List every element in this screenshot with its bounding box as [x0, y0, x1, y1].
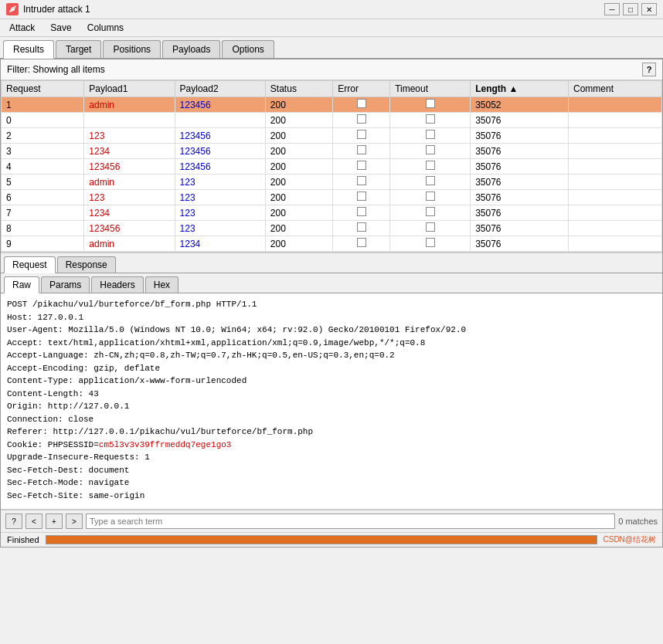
help-button[interactable]: ?: [642, 63, 656, 76]
request-content: POST /pikachu/vul/burteforce/bf_form.php…: [1, 293, 662, 510]
checkbox[interactable]: [357, 176, 366, 185]
table-row[interactable]: 9admin123420035076: [2, 236, 662, 252]
window-controls: ─ □ ✕: [604, 3, 657, 15]
search-input[interactable]: [86, 514, 615, 529]
status-bar: Finished CSDN@结花树: [1, 532, 662, 547]
search-help-button[interactable]: ?: [5, 514, 22, 529]
status-progress-fill: [46, 536, 597, 544]
close-button[interactable]: ✕: [641, 3, 657, 15]
checkbox[interactable]: [357, 192, 366, 201]
app-icon: 🌶: [6, 3, 19, 15]
inner-tab-bar: Raw Params Headers Hex: [1, 273, 662, 293]
request-line: User-Agent: Mozilla/5.0 (Windows NT 10.0…: [7, 325, 466, 334]
request-line: Host: 127.0.0.1: [7, 313, 83, 322]
checkbox[interactable]: [426, 238, 435, 247]
checkbox[interactable]: [357, 145, 366, 154]
main-container: Filter: Showing all items ? Request Payl…: [0, 59, 663, 547]
sub-tab-response[interactable]: Response: [57, 256, 116, 273]
request-line: Sec-Fetch-Mode: navigate: [7, 478, 129, 487]
checkbox[interactable]: [357, 222, 366, 232]
checkbox[interactable]: [426, 192, 435, 201]
watermark: CSDN@结花树: [604, 534, 657, 545]
minimize-button[interactable]: ─: [604, 3, 620, 15]
menu-save[interactable]: Save: [47, 21, 74, 35]
search-next-plus-button[interactable]: +: [46, 514, 63, 529]
maximize-button[interactable]: □: [623, 3, 638, 15]
table-row[interactable]: 3123412345620035076: [2, 144, 662, 159]
inner-tab-hex[interactable]: Hex: [145, 276, 178, 293]
request-line: Accept-Encoding: gzip, deflate: [7, 364, 160, 373]
checkbox[interactable]: [426, 207, 435, 216]
col-payload1[interactable]: Payload1: [84, 81, 175, 97]
request-line: Content-Type: application/x-www-form-url…: [7, 376, 246, 385]
col-length[interactable]: Length ▲: [471, 81, 569, 97]
checkbox[interactable]: [426, 99, 435, 108]
col-request[interactable]: Request: [2, 81, 84, 97]
table-row[interactable]: 212312345620035076: [2, 128, 662, 144]
filter-bar: Filter: Showing all items ?: [1, 59, 662, 80]
filter-text: Filter: Showing all items: [7, 64, 105, 75]
match-count: 0 matches: [618, 517, 658, 526]
table-row[interactable]: 612312320035076: [2, 190, 662, 205]
cookie-value: cm5l3v3v39ffrmeddq7ege1go3: [99, 440, 232, 449]
tab-target[interactable]: Target: [56, 40, 101, 58]
request-line: Content-Length: 43: [7, 389, 99, 398]
request-line: Accept-Language: zh-CN,zh;q=0.8,zh-TW;q=…: [7, 351, 395, 360]
menu-bar: Attack Save Columns: [0, 19, 663, 37]
menu-columns[interactable]: Columns: [84, 21, 127, 35]
table-row[interactable]: 812345612320035076: [2, 221, 662, 236]
checkbox[interactable]: [426, 130, 435, 139]
col-payload2[interactable]: Payload2: [175, 81, 265, 97]
sub-tab-request[interactable]: Request: [4, 256, 56, 273]
results-table: Request Payload1 Payload2 Status Error T…: [1, 80, 662, 252]
request-line: Origin: http://127.0.0.1: [7, 402, 129, 411]
request-line: Connection: close: [7, 415, 94, 424]
tab-positions[interactable]: Positions: [103, 40, 161, 58]
request-line: Sec-Fetch-Dest: document: [7, 466, 129, 475]
checkbox[interactable]: [426, 114, 435, 124]
tab-results[interactable]: Results: [3, 40, 54, 59]
table-row[interactable]: 020035076: [2, 113, 662, 128]
window-title: Intruder attack 1: [23, 4, 90, 15]
request-line: Accept: text/html,application/xhtml+xml,…: [7, 338, 425, 347]
request-line: Sec-Fetch-Site: same-origin: [7, 491, 144, 500]
checkbox[interactable]: [357, 99, 366, 108]
status-text: Finished: [7, 535, 39, 544]
status-progress: [46, 535, 597, 544]
col-timeout[interactable]: Timeout: [390, 81, 471, 97]
request-line: Cookie: PHPSESSID=cm5l3v3v39ffrmeddq7ege…: [7, 440, 231, 449]
menu-attack[interactable]: Attack: [6, 21, 38, 35]
checkbox[interactable]: [357, 207, 366, 216]
table-row[interactable]: 412345612345620035076: [2, 159, 662, 175]
search-next-button[interactable]: >: [66, 514, 83, 529]
inner-tab-raw[interactable]: Raw: [4, 276, 39, 293]
col-comment[interactable]: Comment: [568, 81, 661, 97]
results-table-scroll[interactable]: Request Payload1 Payload2 Status Error T…: [1, 80, 662, 253]
checkbox[interactable]: [426, 176, 435, 185]
checkbox[interactable]: [357, 238, 366, 247]
search-prev-button[interactable]: <: [26, 514, 42, 529]
inner-tab-params[interactable]: Params: [41, 276, 90, 293]
table-row[interactable]: 7123412320035076: [2, 205, 662, 221]
request-line: POST /pikachu/vul/burteforce/bf_form.php…: [7, 300, 257, 309]
checkbox[interactable]: [426, 222, 435, 232]
checkbox[interactable]: [357, 130, 366, 139]
search-bar: ? < + > 0 matches: [1, 510, 662, 532]
title-bar: 🌶 Intruder attack 1 ─ □ ✕: [0, 0, 663, 19]
checkbox[interactable]: [426, 145, 435, 154]
table-row[interactable]: 5admin12320035076: [2, 175, 662, 190]
checkbox[interactable]: [357, 161, 366, 170]
col-error[interactable]: Error: [333, 81, 390, 97]
main-tab-bar: Results Target Positions Payloads Option…: [0, 37, 663, 59]
checkbox[interactable]: [357, 114, 366, 124]
col-status[interactable]: Status: [265, 81, 332, 97]
tab-payloads[interactable]: Payloads: [162, 40, 220, 58]
request-line: Referer: http://127.0.0.1/pikachu/vul/bu…: [7, 427, 313, 436]
tab-options[interactable]: Options: [222, 40, 274, 58]
request-line: Upgrade-Insecure-Requests: 1: [7, 452, 150, 462]
table-row[interactable]: 1admin12345620035052: [2, 97, 662, 113]
sub-tab-bar: Request Response: [1, 253, 662, 273]
inner-tab-headers[interactable]: Headers: [91, 276, 143, 293]
checkbox[interactable]: [426, 161, 435, 170]
